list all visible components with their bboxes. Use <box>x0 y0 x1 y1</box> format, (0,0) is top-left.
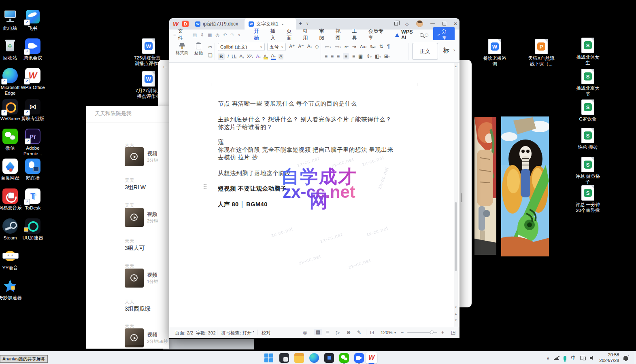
clock[interactable]: 20:58 2024/7/28 <box>599 352 619 364</box>
word-count[interactable]: 字数: 392 <box>196 330 216 336</box>
task-view-button[interactable] <box>279 353 289 363</box>
sort-button[interactable]: ⇅ <box>379 44 383 49</box>
chat-video-thumbnail[interactable] <box>125 147 144 166</box>
paragraph-drag-handle[interactable] <box>203 184 207 189</box>
zoom-out-icon[interactable]: − <box>401 330 404 335</box>
underline-button[interactable]: U▾ <box>232 54 236 59</box>
document-canvas[interactable]: 节点 再清晰一些 要展现什么 每个节点的目的是什么 主题到底是什么？ 想讲什么？… <box>169 63 459 327</box>
quickbar-chevron-icon[interactable]: ∨ <box>238 33 240 37</box>
wps-ai-button[interactable]: WPS AI <box>395 29 418 40</box>
eye-protect-icon[interactable]: ◎ <box>303 330 307 335</box>
scrollbar-thumb[interactable] <box>455 202 457 271</box>
zoom-slider[interactable] <box>407 332 437 333</box>
ink-icon[interactable]: ✎ <box>357 330 361 335</box>
menu-tab-home[interactable]: 开始 <box>253 28 264 42</box>
tray-expand-icon[interactable]: ∧ <box>547 356 549 360</box>
desktop-icon-tencent-meeting[interactable]: 腾讯会议 <box>19 38 47 61</box>
desktop-icon-yy-voice[interactable]: YY语音 <box>0 248 24 271</box>
zoom-slider-knob[interactable] <box>430 330 434 334</box>
align-justify-button[interactable]: ≡ <box>343 53 349 59</box>
menu-tab-insert[interactable]: 插入 <box>270 28 281 42</box>
document-scrollbar[interactable]: ▴ ▾ ▴ ▾ <box>454 63 458 327</box>
outline-view-icon[interactable]: ≣ <box>325 330 330 335</box>
increase-indent-button[interactable]: ⇥ <box>352 44 356 49</box>
format-painter-button[interactable]: 格式刷 <box>176 43 189 56</box>
chat-video-thumbnail[interactable] <box>125 328 144 347</box>
desktop-icon-premiere[interactable]: Adobe Premie... <box>19 129 47 157</box>
print-icon[interactable]: ▦ <box>208 32 212 38</box>
ime-indicator[interactable]: 中 <box>571 355 576 362</box>
file-explorer-button[interactable] <box>294 353 304 363</box>
maximize-button[interactable] <box>442 22 446 25</box>
file-menu[interactable]: ≡ 文件 <box>173 28 187 42</box>
line-spacing-button[interactable]: ⇕▾ <box>366 53 372 59</box>
chat-video-thumbnail[interactable] <box>125 208 144 227</box>
font-size-select[interactable]: 五号 ∨ <box>267 43 286 51</box>
menu-tab-member[interactable]: 会员专享 <box>367 28 389 42</box>
page-view-icon[interactable]: ▤ <box>314 329 322 335</box>
tencent-meeting-taskbar-button[interactable] <box>354 353 364 363</box>
style-gallery-chevron-icon[interactable]: › <box>453 47 455 53</box>
read-mode-icon[interactable]: ▷ <box>336 330 340 335</box>
zoom-chevron-icon[interactable]: ▾ <box>394 331 396 334</box>
decrease-indent-button[interactable]: ⇤ <box>345 44 349 49</box>
menu-tab-page[interactable]: 页面 <box>286 28 297 42</box>
desktop-file-challenge-beiti[interactable]: S 挑战北体女生 <box>574 38 602 66</box>
text-effects-button[interactable]: A▾ <box>307 44 312 49</box>
wps-taskbar-button[interactable]: W <box>366 352 377 364</box>
align-center-button[interactable]: ≡ <box>331 53 334 59</box>
spellcheck-chevron-icon[interactable]: ▾ <box>253 330 254 333</box>
start-button[interactable] <box>264 353 274 363</box>
desktop-file-xuzong-banzhuan[interactable]: S 许总 搬砖 <box>574 128 602 150</box>
menu-tab-reference[interactable]: 引用 <box>302 28 313 42</box>
workbench-icon[interactable] <box>394 22 398 25</box>
font-name-select[interactable]: Calibri (正文) ∨ <box>218 43 265 51</box>
docer-icon[interactable]: D <box>182 21 189 27</box>
new-tab-button[interactable]: + <box>299 20 302 27</box>
next-page-icon[interactable]: ▾ <box>454 318 457 322</box>
proofread-button[interactable]: 校对 <box>262 330 271 336</box>
bullet-list-button[interactable]: ≔▾ <box>325 44 331 49</box>
tab-ip-doc[interactable]: W ip定位7月9.docx <box>191 18 243 30</box>
zoom-level[interactable]: 120% <box>381 330 392 335</box>
superscript-button[interactable]: X²▾ <box>247 54 253 59</box>
back-arrow-icon[interactable]: ← <box>162 62 168 69</box>
scroll-up-icon[interactable]: ▴ <box>454 64 457 68</box>
desktop-icon-qimiao-booster[interactable]: 奇妙加速器 <box>0 278 24 301</box>
desktop-icon-feishu[interactable]: 飞书 <box>19 9 47 31</box>
char-shading-button[interactable]: A <box>279 54 283 59</box>
web-view-icon[interactable]: ⊕ <box>347 330 351 335</box>
copy-button[interactable]: ❏ <box>208 53 213 58</box>
redo-icon[interactable]: ↷ <box>230 32 234 38</box>
search-icon[interactable] <box>420 33 423 37</box>
desktop-icon-wps-office[interactable]: WPS Office <box>19 68 47 90</box>
user-avatar[interactable] <box>416 20 423 27</box>
clear-format-button[interactable]: ◇ <box>315 44 319 49</box>
spellcheck-status[interactable]: 拼写检查: 打开 <box>221 330 251 336</box>
save-icon[interactable]: ▤ <box>192 32 196 38</box>
text-direction-button[interactable]: ↹▾ <box>370 44 376 49</box>
scroll-down-icon[interactable]: ▾ <box>454 305 457 309</box>
font-color-button[interactable]: A▾ <box>271 53 276 60</box>
desktop-file-xuzong-fitness[interactable]: S 许总 健身搭子 <box>574 157 602 185</box>
cut-button[interactable]: ✂ <box>208 44 212 50</box>
borders-button[interactable]: ⊞▾ <box>384 53 390 59</box>
desktop-icon-elive[interactable]: 鹅直播 <box>19 159 47 181</box>
wps-titlebar[interactable]: W D W ip定位7月9.docx W 文字文稿1 ● + ∨ ◇ — ✕ <box>169 18 459 30</box>
desktop-file-xuzong-pushup[interactable]: S 许总 一分钟20个俯卧撑 <box>574 185 602 214</box>
desktop-icon-capcut[interactable]: 剪映专业版 <box>19 99 47 121</box>
menu-tab-review[interactable]: 审阅 <box>319 28 330 42</box>
fit-page-icon[interactable]: ⊡ <box>370 330 374 335</box>
wordart-button[interactable]: A▾ <box>256 54 261 59</box>
app-taskbar-button[interactable] <box>324 353 334 363</box>
previous-page-icon[interactable]: ▴ <box>454 312 457 315</box>
desktop-file-challenge-beijing[interactable]: S 挑战北京大爷 <box>574 69 602 97</box>
align-distribute-button[interactable]: ≡ <box>352 53 355 59</box>
desktop-icon-uu-booster[interactable]: UU加速器 <box>19 218 47 241</box>
close-button[interactable]: ✕ <box>453 21 457 27</box>
desktop-file-cluo-diet[interactable]: S C罗饮食 <box>574 99 602 122</box>
grow-font-button[interactable]: A⁺ <box>289 44 295 49</box>
export-icon[interactable]: ⇩ <box>200 32 204 38</box>
change-case-button[interactable]: Aa▾ <box>360 44 366 49</box>
menu-tab-view[interactable]: 视图 <box>335 28 346 42</box>
